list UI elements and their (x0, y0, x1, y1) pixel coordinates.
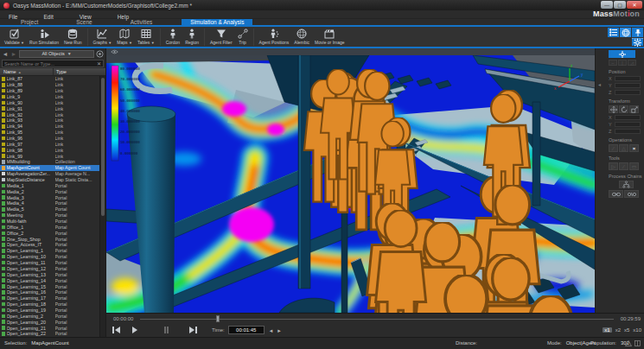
table-row[interactable]: Open_Learning_13Portal (0, 271, 105, 277)
history-forward-button[interactable]: ► (10, 51, 17, 57)
table-row[interactable]: Link_99Link (0, 153, 105, 159)
table-row[interactable]: MMbuildingCollection (0, 159, 105, 165)
minimize-button[interactable]: — (601, 1, 613, 9)
table-row[interactable]: Link_97Link (0, 141, 105, 147)
speed-button-x2[interactable]: x2 (615, 327, 621, 333)
table-row[interactable]: Link_98Link (0, 147, 105, 153)
time-input[interactable] (228, 326, 265, 334)
settings-button[interactable] (609, 50, 635, 58)
table-row[interactable]: Link_87Link (0, 76, 105, 82)
table-row[interactable]: One_Stop_ShopPortal (0, 236, 105, 242)
table-row[interactable]: Link_93Link (0, 117, 105, 124)
tool-button-1[interactable]: – (609, 60, 617, 66)
table-row[interactable]: Open_Learning_19Portal (0, 308, 105, 314)
menu-item-edit[interactable]: Edit (40, 14, 56, 20)
toolbar-button-movie-or-image[interactable]: Movie or Image (312, 27, 347, 47)
toolbar-button-region[interactable]: Region (182, 27, 201, 47)
table-row[interactable]: Open_Learning_11Portal (0, 260, 105, 266)
pin-panel-button[interactable] (632, 28, 643, 37)
grid-icon[interactable] (634, 340, 641, 346)
table-row[interactable]: Link_9Link (0, 94, 105, 100)
link-chain-button[interactable] (609, 190, 623, 198)
table-row[interactable]: Media_4Portal (0, 200, 105, 206)
table-row[interactable]: Media_3Portal (0, 194, 105, 200)
position-z-field[interactable] (615, 90, 641, 95)
table-row[interactable]: Link_91Link (0, 105, 105, 111)
view-settings-button[interactable] (632, 38, 643, 46)
viewport-3d[interactable]: z x y 80.00000070.00000060.00000050.0000… (106, 48, 595, 313)
table-row[interactable]: Office_2Portal (0, 230, 105, 236)
pause-button[interactable] (160, 325, 173, 335)
toolbar-button-alembic[interactable]: Alembic (291, 27, 312, 47)
tool-button-3[interactable]: ◿ (628, 60, 636, 66)
speed-button-x5[interactable]: x5 (624, 327, 629, 333)
position-y-field[interactable] (615, 83, 641, 88)
table-row[interactable]: Office_1Portal (0, 224, 105, 230)
table-row[interactable]: Open_Learning_14Portal (0, 277, 105, 283)
toolbar-button-trip[interactable]: Trip (235, 27, 251, 47)
transform-z-field[interactable] (615, 129, 641, 134)
position-x-field[interactable] (615, 76, 641, 81)
table-row[interactable]: MapAveragationZer...Map Average N... (0, 171, 105, 177)
scene-list-toggle-button[interactable] (608, 28, 619, 37)
table-row[interactable]: Mulit-faithPortal (0, 219, 105, 225)
scale-button[interactable] (629, 105, 639, 113)
maximize-button[interactable]: ▢ (614, 1, 626, 9)
table-row[interactable]: Link_96Link (0, 136, 105, 142)
table-row[interactable]: Link_88Link (0, 82, 105, 88)
history-back-button[interactable]: ◄ (2, 51, 9, 57)
timeline-handle[interactable] (216, 315, 220, 322)
collapse-panel-icon[interactable]: ◂ (598, 81, 601, 87)
visibility-eye-icon[interactable] (111, 49, 118, 54)
table-row[interactable]: Open_Learning_18Portal (0, 301, 105, 308)
toolbar-button-agent-positions[interactable]: Agent Positions (257, 27, 292, 47)
rotate-button[interactable] (619, 105, 628, 113)
toolbar-button-tables[interactable]: Tables ▼ (135, 27, 157, 47)
table-row[interactable]: Open_Learning_16Portal (0, 289, 105, 295)
table-row[interactable]: MapStaticDistanceMap Static Dista... (0, 177, 105, 183)
table-row[interactable]: Media_1Portal (0, 182, 105, 188)
table-row[interactable]: Link_94Link (0, 124, 105, 130)
toolbar-button-validate[interactable]: Validate ▼ (2, 27, 27, 47)
toolbar-button-new-run[interactable]: New Run (61, 27, 85, 47)
column-header-name[interactable]: Name▲ (0, 68, 54, 75)
table-row[interactable]: Open_Learning_10Portal (0, 254, 105, 260)
speed-button-x1[interactable]: x1 (603, 327, 611, 333)
time-step-back-button[interactable]: ◂ (270, 327, 273, 333)
table-row[interactable]: MeetingPortal (0, 213, 105, 219)
table-row[interactable]: Link_92Link (0, 111, 105, 117)
toolbar-button-agent-filter[interactable]: Agent Filter (207, 27, 235, 47)
transform-x-field[interactable] (615, 115, 641, 120)
table-row[interactable]: Open_Learning_17Portal (0, 295, 105, 301)
list-scrollbar[interactable] (99, 76, 105, 337)
translate-button[interactable] (609, 105, 618, 113)
menu-item-view[interactable]: View (76, 14, 95, 20)
search-input[interactable] (3, 61, 95, 67)
table-row[interactable]: Open_Learning_12Portal (0, 266, 105, 272)
table-row[interactable]: MapAgentCountMap Agent Count (0, 165, 105, 171)
toolbar-button-cordon[interactable]: Cordon (163, 27, 182, 47)
toolbar-button-maps[interactable]: Maps ▼ (114, 27, 135, 47)
table-row[interactable]: Open_Learning_22Portal (0, 331, 105, 337)
table-row[interactable]: Open_Learning_21Portal (0, 325, 105, 331)
menu-item-file[interactable]: File (5, 14, 21, 20)
play-button[interactable] (128, 325, 141, 335)
chain-tree-button[interactable] (619, 181, 634, 188)
skip-to-end-button[interactable] (187, 325, 200, 335)
toolbar-button-run-simulation[interactable]: Run Simulation (27, 27, 61, 47)
timeline-track[interactable] (140, 314, 613, 324)
clear-search-icon[interactable]: ✕ (95, 60, 103, 67)
close-button[interactable]: ✕ (627, 1, 642, 9)
table-row[interactable]: Open_Learning_1Portal (0, 248, 105, 254)
filter-settings-icon[interactable] (96, 50, 104, 58)
toolbar-button-graphs[interactable]: Graphs ▼ (91, 27, 115, 47)
table-row[interactable]: Link_89Link (0, 88, 105, 94)
table-row[interactable]: Open_Learning_15Portal (0, 283, 105, 289)
transform-y-field[interactable] (615, 122, 641, 127)
object-filter-dropdown[interactable]: All Objects▼ (19, 50, 94, 58)
table-row[interactable]: Link_90Link (0, 99, 105, 105)
table-row[interactable]: Media_2Portal (0, 188, 105, 194)
skip-to-start-button[interactable] (110, 325, 123, 335)
column-header-type[interactable]: Type (54, 68, 105, 75)
tab-simulation-analysis[interactable]: Simulation & Analysis (182, 19, 252, 25)
